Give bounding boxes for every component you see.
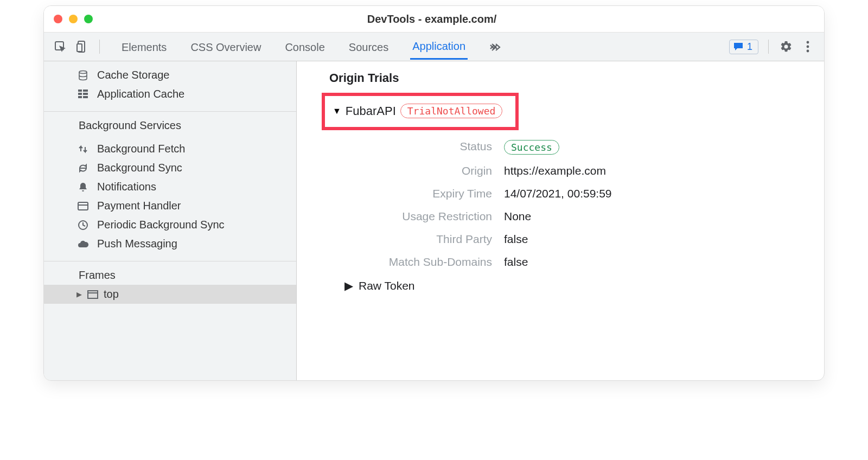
sidebar-item-label: Background Sync — [97, 162, 182, 174]
sidebar-item-background-sync[interactable]: Background Sync — [44, 158, 296, 177]
sidebar-item-label: Application Cache — [97, 88, 184, 100]
highlight-annotation: ▼ FubarAPI TrialNotAllowed — [322, 93, 519, 130]
value-third-party: false — [504, 233, 811, 246]
tab-elements[interactable]: Elements — [119, 35, 169, 59]
devtools-toolbar: Elements CSS Overview Console Sources Ap… — [44, 32, 824, 61]
titlebar: DevTools - example.com/ — [44, 6, 824, 32]
grid-icon — [76, 90, 90, 99]
sidebar-item-label: Cache Storage — [97, 69, 169, 81]
value-expiry: 14/07/2021, 00:59:59 — [504, 187, 811, 200]
trial-name: FubarAPI — [346, 104, 396, 118]
label-expiry: Expiry Time — [325, 187, 504, 200]
sync-icon — [76, 163, 90, 174]
sidebar-item-application-cache[interactable]: Application Cache — [44, 85, 296, 104]
value-usage-restriction: None — [504, 210, 811, 223]
svg-rect-11 — [78, 96, 82, 98]
credit-card-icon — [76, 202, 90, 210]
value-origin: https://example.com — [504, 164, 811, 177]
sidebar-item-push-messaging[interactable]: Push Messaging — [44, 234, 296, 253]
sidebar-item-periodic-background-sync[interactable]: Periodic Background Sync — [44, 215, 296, 234]
frame-label: top — [104, 288, 119, 301]
svg-rect-7 — [78, 90, 82, 92]
settings-icon[interactable] — [778, 39, 794, 54]
sidebar-item-label: Notifications — [97, 181, 156, 193]
origin-trials-heading: Origin Trials — [329, 71, 811, 85]
tab-sources[interactable]: Sources — [347, 35, 391, 59]
sidebar-item-label: Payment Handler — [97, 200, 181, 212]
label-match-subdomains: Match Sub-Domains — [325, 255, 504, 269]
cloud-icon — [76, 240, 90, 248]
svg-rect-10 — [83, 93, 88, 95]
svg-rect-9 — [78, 93, 82, 95]
raw-token-label: Raw Token — [359, 279, 415, 292]
svg-rect-16 — [88, 291, 98, 298]
token-status-badge: Success — [504, 140, 559, 155]
label-origin: Origin — [325, 164, 504, 177]
disclosure-triangle-icon[interactable]: ▶ — [344, 279, 353, 292]
clock-icon — [76, 220, 90, 231]
label-usage-restriction: Usage Restriction — [325, 210, 504, 223]
label-third-party: Third Party — [325, 233, 504, 246]
device-toolbar-icon[interactable] — [74, 39, 90, 54]
sidebar-item-label: Push Messaging — [97, 238, 177, 250]
trial-row[interactable]: ▼ FubarAPI TrialNotAllowed — [333, 104, 502, 118]
panel-tabs: Elements CSS Overview Console Sources Ap… — [119, 34, 723, 60]
svg-rect-2 — [77, 44, 82, 52]
divider — [99, 40, 100, 54]
svg-rect-8 — [83, 90, 88, 92]
label-status: Status — [325, 140, 504, 155]
svg-rect-12 — [83, 96, 88, 98]
svg-point-4 — [807, 46, 809, 48]
sidebar-header-background-services: Background Services — [44, 115, 296, 135]
disclosure-triangle-icon[interactable]: ▶ — [76, 290, 82, 298]
trial-status-badge: TrialNotAllowed — [400, 104, 503, 118]
sidebar-item-background-fetch[interactable]: Background Fetch — [44, 139, 296, 158]
svg-point-6 — [79, 71, 87, 73]
value-match-subdomains: false — [504, 255, 811, 269]
kebab-menu-icon[interactable] — [800, 39, 815, 54]
sidebar: Cache Storage Application Cache Backgrou… — [44, 61, 297, 380]
trial-details: Status Success Origin https://example.co… — [325, 140, 811, 269]
panel-body: Cache Storage Application Cache Backgrou… — [44, 61, 824, 380]
sidebar-item-notifications[interactable]: Notifications — [44, 177, 296, 196]
svg-point-3 — [807, 41, 809, 44]
divider — [44, 261, 296, 261]
svg-rect-13 — [78, 202, 88, 210]
sidebar-header-frames: Frames — [44, 265, 296, 285]
svg-point-5 — [807, 50, 809, 53]
sidebar-item-payment-handler[interactable]: Payment Handler — [44, 196, 296, 215]
main-panel: Origin Trials ▼ FubarAPI TrialNotAllowed… — [297, 61, 824, 380]
window-title: DevTools - example.com/ — [49, 13, 814, 25]
inspect-element-icon[interactable] — [53, 39, 68, 54]
sidebar-item-label: Background Fetch — [97, 143, 185, 155]
message-icon — [733, 42, 744, 52]
frame-icon — [87, 290, 98, 299]
tab-css-overview[interactable]: CSS Overview — [188, 35, 263, 59]
more-tabs-icon[interactable] — [487, 36, 503, 57]
messages-count: 1 — [747, 41, 752, 53]
fetch-arrows-icon — [76, 144, 90, 155]
sidebar-item-cache-storage[interactable]: Cache Storage — [44, 66, 296, 85]
sidebar-item-label: Periodic Background Sync — [97, 219, 225, 231]
divider — [768, 40, 769, 54]
disclosure-triangle-down-icon[interactable]: ▼ — [333, 106, 341, 116]
database-icon — [76, 70, 90, 81]
raw-token-row[interactable]: ▶ Raw Token — [344, 279, 811, 292]
divider — [44, 111, 296, 112]
sidebar-item-frame-top[interactable]: ▶ top — [44, 285, 296, 304]
tab-application[interactable]: Application — [410, 34, 468, 60]
tab-console[interactable]: Console — [283, 35, 327, 59]
devtools-window: DevTools - example.com/ Elements CSS Ove… — [43, 5, 825, 381]
messages-badge[interactable]: 1 — [729, 40, 758, 54]
bell-icon — [76, 182, 90, 193]
